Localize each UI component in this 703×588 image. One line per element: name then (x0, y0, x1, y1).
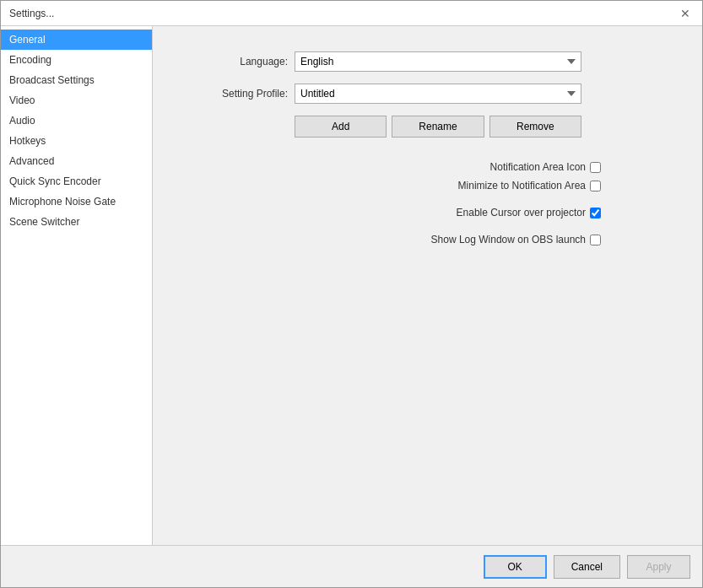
setting-profile-label: Setting Profile: (187, 88, 288, 100)
sidebar-item-audio[interactable]: Audio (1, 111, 152, 131)
close-button[interactable]: ✕ (677, 7, 694, 20)
sidebar-item-quick-sync-encoder[interactable]: Quick Sync Encoder (1, 171, 152, 192)
sidebar-item-microphone-noise-gate[interactable]: Microphone Noise Gate (1, 192, 152, 212)
language-row: Language: English (187, 51, 668, 72)
show-log-label[interactable]: Show Log Window on OBS launch (431, 234, 601, 245)
settings-window: Settings... ✕ GeneralEncodingBroadcast S… (0, 0, 703, 588)
sidebar-item-general[interactable]: General (1, 30, 152, 50)
setting-profile-row: Setting Profile: Untitled (187, 84, 668, 104)
sidebar-item-hotkeys[interactable]: Hotkeys (1, 131, 152, 151)
remove-button[interactable]: Remove (489, 116, 581, 138)
rename-button[interactable]: Rename (392, 116, 484, 138)
setting-profile-select[interactable]: Untitled (295, 84, 581, 104)
sidebar-item-encoding[interactable]: Encoding (1, 50, 152, 70)
content-area: GeneralEncodingBroadcast SettingsVideoAu… (1, 26, 702, 545)
language-select[interactable]: English (295, 51, 581, 72)
add-button[interactable]: Add (295, 116, 387, 138)
sidebar: GeneralEncodingBroadcast SettingsVideoAu… (1, 26, 153, 545)
notification-area-icon-row: Notification Area Icon (187, 161, 668, 173)
title-bar: Settings... ✕ (1, 1, 702, 26)
sidebar-item-video[interactable]: Video (1, 90, 152, 111)
profile-buttons-row: Add Rename Remove (295, 116, 581, 138)
enable-cursor-label[interactable]: Enable Cursor over projector (457, 207, 601, 218)
sidebar-item-scene-switcher[interactable]: Scene Switcher (1, 212, 152, 232)
show-log-checkbox[interactable] (590, 235, 601, 245)
setting-profile-control: Untitled (295, 84, 581, 104)
sidebar-item-advanced[interactable]: Advanced (1, 151, 152, 171)
apply-button[interactable]: Apply (627, 555, 690, 579)
minimize-notification-checkbox[interactable] (590, 181, 601, 192)
minimize-notification-label[interactable]: Minimize to Notification Area (458, 180, 601, 192)
enable-cursor-row: Enable Cursor over projector (187, 207, 668, 218)
language-label: Language: (187, 56, 288, 67)
window-title: Settings... (9, 8, 54, 19)
language-control: English (295, 51, 581, 72)
footer: OK Cancel Apply (1, 545, 702, 587)
show-log-row: Show Log Window on OBS launch (187, 234, 668, 245)
minimize-notification-row: Minimize to Notification Area (187, 180, 668, 192)
ok-button[interactable]: OK (484, 555, 547, 579)
notification-area-icon-checkbox[interactable] (590, 162, 601, 173)
main-panel: Language: English Setting Profile: Untit… (153, 26, 702, 545)
cancel-button[interactable]: Cancel (554, 555, 620, 579)
sidebar-item-broadcast-settings[interactable]: Broadcast Settings (1, 70, 152, 90)
notification-area-icon-label[interactable]: Notification Area Icon (490, 161, 601, 173)
enable-cursor-checkbox[interactable] (590, 208, 601, 218)
